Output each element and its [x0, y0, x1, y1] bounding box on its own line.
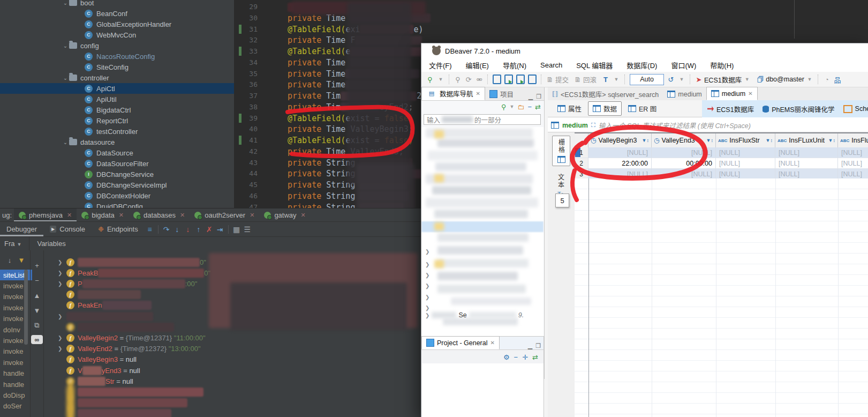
folder-icon[interactable]: 🗀: [518, 103, 525, 111]
variable-row[interactable]: ❯f0": [58, 257, 206, 267]
column-header-ValleyEnd3[interactable]: ◷ValleyEnd3▼↕: [652, 133, 716, 147]
tree-item-config[interactable]: ⌄config: [0, 40, 235, 51]
chevron-down-icon[interactable]: ▼: [805, 74, 814, 85]
row-number[interactable]: 1: [575, 147, 588, 158]
chevron-down-icon[interactable]: ▼: [612, 74, 621, 85]
cell[interactable]: [NULL]: [652, 169, 716, 180]
cell[interactable]: [NULL]: [838, 169, 868, 180]
frames-dropdown[interactable]: Fra: [0, 240, 15, 248]
variable-row[interactable]: ❯fPeakB0": [58, 267, 210, 278]
maximize-icon[interactable]: ❒: [536, 93, 541, 100]
cell[interactable]: [NULL]: [588, 169, 652, 180]
menu-编辑(E)[interactable]: 编辑(E): [466, 60, 489, 70]
up-icon[interactable]: ▲: [32, 290, 42, 301]
row-number[interactable]: 3: [575, 169, 588, 180]
column-header-ValleyBegin3[interactable]: ◷ValleyBegin3▼↕: [588, 133, 652, 147]
history-clock-icon[interactable]: ↺: [666, 74, 676, 85]
cell[interactable]: [NULL]: [716, 147, 775, 158]
tree-item-DBContextHolder[interactable]: CDBContextHolder: [0, 190, 235, 201]
tab-projects[interactable]: 项目: [485, 88, 518, 100]
sql-editor-icon[interactable]: [493, 75, 501, 84]
tree-item-datasource[interactable]: ⌄datasource: [0, 137, 235, 147]
link-editor-icon[interactable]: ⇄: [535, 103, 541, 111]
column-header-InsFLuxUnit[interactable]: ABCInsFLuxUnit▼↕: [775, 133, 838, 147]
chevron-down-icon[interactable]: ▼: [17, 242, 22, 247]
breadcrumb-item[interactable]: PhEMS丽水闽锋化学: [763, 104, 834, 114]
debug-tab-oauth2server[interactable]: oauth2server✕: [190, 208, 259, 222]
variable-row[interactable]: f: [58, 289, 141, 300]
down-icon[interactable]: ▼: [32, 305, 42, 316]
menu-帮助(H)[interactable]: 帮助(H): [710, 60, 734, 70]
tree-item-WebMvcCon[interactable]: CWebMvcCon: [0, 29, 235, 40]
result-grid[interactable]: 栅格 文本 T↕ 5 ◷ValleyBegin3▼↕◷ValleyEnd3▼↕A…: [548, 132, 868, 417]
tree-item-SiteConfig[interactable]: CSiteConfig: [0, 62, 235, 72]
chevron-down-icon[interactable]: ▼: [510, 104, 515, 109]
variable-row[interactable]: fPeakEn: [58, 300, 152, 311]
tree-item-DruidDBConfig[interactable]: CDruidDBConfig: [0, 201, 235, 208]
collapse-all-icon[interactable]: −: [528, 103, 532, 111]
chevron-right-icon[interactable]: ❯: [425, 294, 429, 300]
menu-窗口(W)[interactable]: 窗口(W): [671, 60, 696, 70]
reconnect-icon[interactable]: ⟳: [464, 74, 473, 85]
navigator-filter-input[interactable]: 输入 的一部分: [424, 114, 541, 125]
commit-mode-select[interactable]: Auto: [630, 74, 664, 85]
navigator-item-partial[interactable]: ❯Se9.: [425, 310, 543, 320]
subtab-数据[interactable]: 数据: [588, 101, 622, 116]
editor-tab-medium[interactable]: medium✕: [706, 87, 758, 100]
new-connection-icon[interactable]: ⚲: [425, 74, 435, 85]
expand-filter-icon[interactable]: ⛶: [591, 122, 595, 129]
chevron-down-icon[interactable]: ▼: [742, 74, 752, 85]
menu-文件(F)[interactable]: 文件(F): [429, 60, 452, 70]
frame-item[interactable]: handle: [0, 379, 32, 390]
filter-sort-icon[interactable]: ▼↕: [828, 138, 835, 143]
menu-数据库(D)[interactable]: 数据库(D): [627, 60, 657, 70]
cell[interactable]: [NULL]: [652, 147, 716, 158]
variable-row[interactable]: ❯fP:00": [58, 278, 197, 289]
sort-icon[interactable]: ↓: [4, 255, 15, 265]
drop-frame-icon[interactable]: ✗: [204, 224, 215, 235]
collapse-icon[interactable]: −: [514, 353, 518, 361]
filter-sort-icon[interactable]: ▼↕: [642, 138, 649, 143]
filter-sort-icon[interactable]: ▼↕: [706, 138, 713, 143]
cell[interactable]: [NULL]: [588, 147, 652, 158]
cell[interactable]: [NULL]: [775, 169, 838, 180]
minimize-icon[interactable]: ▁: [528, 342, 532, 349]
debug-tab-phemsjava[interactable]: phemsjava✕: [14, 208, 77, 222]
network-icon[interactable]: 品: [833, 74, 842, 85]
variable-row[interactable]: [58, 408, 171, 417]
tree-item-DBChangeServiceImpl[interactable]: CDBChangeServiceImpl: [0, 180, 235, 190]
connect-icon[interactable]: ⚲: [453, 74, 463, 85]
infinity-badge[interactable]: ∞: [31, 335, 43, 344]
frame-item[interactable]: handle: [0, 368, 32, 379]
chevron-down-icon[interactable]: ▼: [436, 74, 446, 85]
chevron-down-icon[interactable]: ▼: [677, 74, 686, 85]
column-header-InsFlu[interactable]: ABCInsFlu▼↕: [838, 133, 868, 147]
settings-icon[interactable]: ☰: [242, 224, 253, 235]
tree-item-BigdataCtrl[interactable]: CBigdataCtrl: [0, 105, 235, 115]
tree-item-BeanConf[interactable]: CBeanConf: [0, 8, 235, 19]
variable-row[interactable]: fValleyBegin3 = null: [58, 354, 137, 365]
frames-scrollbar[interactable]: [24, 270, 28, 345]
tree-item-ApiCtl[interactable]: CApiCtl: [0, 83, 235, 94]
frame-item[interactable]: doSer: [0, 401, 32, 412]
tree-item-NacosRouteConfig[interactable]: CNacosRouteConfig: [0, 51, 235, 62]
variable-row[interactable]: ❯fValleyEnd2 = {Time@12372} "13:00:00": [58, 344, 201, 354]
tree-item-DataSourceFilter[interactable]: CDataSourceFilter: [0, 158, 235, 169]
tab-database-navigator[interactable]: ▤ 数据库导航 ✕: [421, 87, 485, 100]
variable-row[interactable]: f: [58, 322, 174, 332]
rollback-label[interactable]: 回滚: [583, 75, 597, 85]
table-row[interactable]: 3[NULL][NULL][NULL][NULL][NULL]: [575, 169, 868, 180]
tab-endpoints[interactable]: ❉Endpoints: [92, 222, 145, 236]
tree-item-ApiUtil[interactable]: CApiUtil: [0, 94, 235, 105]
rollback-icon[interactable]: 🗎: [573, 74, 583, 85]
recent-sql-icon[interactable]: [528, 75, 537, 84]
run-to-cursor-icon[interactable]: ⇥: [215, 224, 225, 235]
active-database-select[interactable]: dbo@master: [766, 76, 804, 83]
menu-Search[interactable]: Search: [540, 61, 562, 69]
column-header-InsFluxStr[interactable]: ABCInsFluxStr▼↕: [716, 133, 775, 147]
close-icon[interactable]: ✕: [490, 340, 494, 346]
tree-item-GlobalExceptionHandler[interactable]: CGlobalExceptionHandler: [0, 19, 235, 29]
tree-item-controller[interactable]: ⌄controller: [0, 72, 235, 83]
open-sql-editor-icon[interactable]: [516, 75, 525, 84]
breadcrumb-item[interactable]: Schema: [843, 105, 868, 113]
